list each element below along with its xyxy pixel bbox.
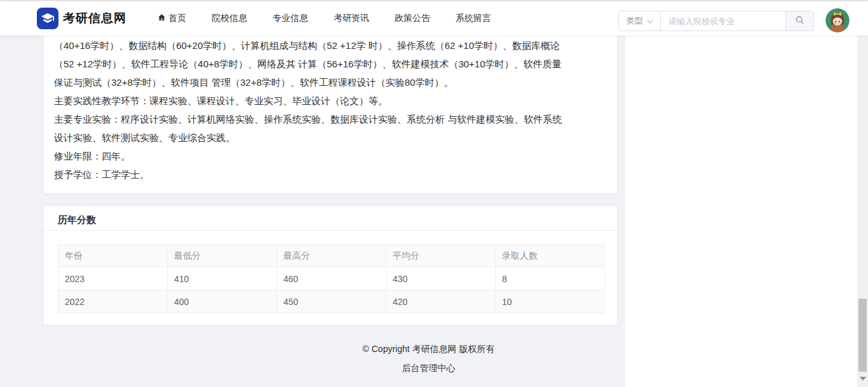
detail-text-line: 主要实践性教学环节：课程实验、课程设计、专业实习、毕业设计（论文）等。 [54, 92, 604, 110]
nav-item-label: 首页 [168, 13, 186, 24]
nav-item-label: 专业信息 [273, 13, 308, 24]
detail-text-line: 修业年限：四年。 [54, 147, 604, 165]
column-header-min: 最低分 [168, 245, 277, 268]
detail-text-line: 主要专业实验：程序设计实验、计算机网络实验、操作系统实验、数据库设计实验、系统分… [54, 110, 604, 128]
cell-year: 2023 [58, 268, 168, 290]
cell-min: 410 [168, 268, 277, 290]
home-icon [158, 13, 166, 24]
detail-text-line: （52 +12学时）、软件工程导论（40+8学时）、网络及其 计算（56+16学… [54, 55, 604, 73]
site-title: 考研信息网 [63, 10, 126, 27]
cell-avg: 430 [386, 268, 496, 290]
chevron-down-icon [647, 17, 653, 26]
search-icon [795, 15, 804, 27]
right-panel [625, 36, 857, 387]
detail-text-line: 授予学位：工学学士。 [54, 165, 604, 184]
cell-year: 2022 [58, 290, 168, 313]
detail-text-line: 保证与测试（32+8学时）、软件项目 管理（32+8学时）、软件工程课程设计（实… [54, 73, 604, 92]
cell-min: 400 [168, 290, 277, 313]
cell-max: 450 [277, 290, 386, 313]
nav-item-news[interactable]: 考研资讯 [334, 13, 369, 24]
card-title: 历年分数 [58, 214, 96, 225]
nav-item-home[interactable]: 首页 [158, 13, 186, 24]
scrollbar-down-arrow-icon[interactable] [860, 377, 866, 381]
major-detail-card: （40+16学时）、数据结构（60+20学时）、计算机组成与结构（52 +12学… [43, 35, 618, 194]
column-header-avg: 平均分 [386, 245, 496, 268]
column-header-year: 年份 [58, 245, 168, 268]
nav-item-label: 政策公告 [395, 13, 430, 24]
graduation-cap-icon [37, 8, 58, 29]
brand[interactable]: 考研信息网 [37, 1, 126, 36]
page-footer: © Copyright 考研信息网 版权所有 后台管理中心 [0, 343, 857, 374]
search-bar: 类型 [618, 11, 814, 31]
main-nav: 首页 院校信息 专业信息 考研资讯 政策公告 系统留言 [158, 1, 491, 36]
search-button[interactable] [786, 11, 814, 31]
nav-item-majors[interactable]: 专业信息 [273, 13, 308, 24]
history-scores-card: 历年分数 年份 最低分 最高分 平均分 录取人数 2023 410 460 43… [43, 205, 618, 325]
search-type-select[interactable]: 类型 [618, 11, 661, 31]
cell-admitted: 10 [496, 290, 605, 313]
nav-item-colleges[interactable]: 院校信息 [212, 13, 247, 24]
cell-max: 460 [277, 268, 386, 290]
nav-item-policy[interactable]: 政策公告 [395, 13, 430, 24]
table-row: 2022 400 450 420 10 [58, 290, 605, 313]
admin-center-link[interactable]: 后台管理中心 [0, 362, 857, 374]
nav-item-label: 院校信息 [212, 13, 247, 24]
card-header: 历年分数 [44, 206, 617, 231]
detail-text-line: 设计实验、软件测试实验、专业综合实践。 [54, 128, 604, 147]
column-header-max: 最高分 [277, 245, 386, 268]
user-avatar[interactable] [825, 8, 850, 32]
page-body: （40+16学时）、数据结构（60+20学时）、计算机组成与结构（52 +12学… [0, 36, 857, 387]
nav-item-label: 考研资讯 [334, 13, 369, 24]
vertical-scrollbar[interactable] [857, 36, 868, 387]
nav-item-label: 系统留言 [456, 13, 491, 24]
top-navbar: 考研信息网 首页 院校信息 专业信息 考研资讯 政策公告 系统留言 类型 [0, 1, 868, 36]
cell-admitted: 8 [496, 268, 605, 290]
cell-avg: 420 [386, 290, 496, 313]
scores-table: 年份 最低分 最高分 平均分 录取人数 2023 410 460 430 8 2… [58, 244, 605, 313]
detail-text-line: （40+16学时）、数据结构（60+20学时）、计算机组成与结构（52 +12学… [54, 36, 604, 55]
column-header-admitted: 录取人数 [496, 245, 605, 268]
scrollbar-thumb[interactable] [858, 299, 867, 372]
nav-item-messages[interactable]: 系统留言 [456, 13, 491, 24]
table-header-row: 年份 最低分 最高分 平均分 录取人数 [58, 245, 605, 268]
search-type-label: 类型 [627, 15, 643, 27]
table-row: 2023 410 460 430 8 [58, 268, 605, 290]
search-input[interactable] [661, 11, 786, 31]
copyright-text: © Copyright 考研信息网 版权所有 [0, 343, 857, 355]
